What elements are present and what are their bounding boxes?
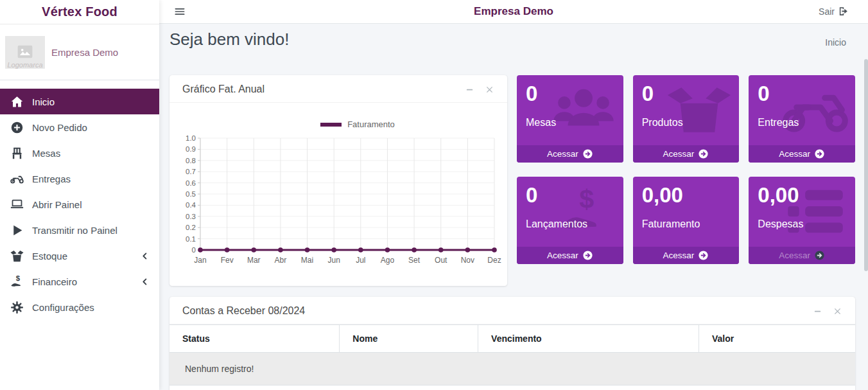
svg-text:0.6: 0.6 [186, 179, 196, 187]
arrow-circle-right-icon [582, 250, 593, 261]
stat-value: 0,00 [642, 182, 740, 208]
laptop-icon [10, 198, 24, 211]
stat-label: Lançamentos [526, 218, 623, 230]
sidebar-item-novo-pedido[interactable]: Novo Pedido [0, 114, 159, 140]
svg-text:0.8: 0.8 [186, 157, 196, 164]
svg-text:0.2: 0.2 [186, 224, 196, 231]
chart-card-title: Gráfico Fat. Anual [182, 84, 265, 95]
svg-text:Dez: Dez [487, 256, 501, 265]
access-button-despesas[interactable]: Acessar [749, 247, 855, 264]
stat-card-faturamento[interactable]: 0,00FaturamentoAcessar [633, 177, 740, 264]
svg-text:0: 0 [192, 246, 196, 254]
receivables-card-tools [813, 306, 842, 316]
stat-card-produtos[interactable]: 0ProdutosAcessar [633, 75, 740, 163]
sidebar-item-transmitir-no-painel[interactable]: Transmitir no Painel [0, 217, 159, 243]
arrow-circle-right-icon [814, 148, 825, 159]
column-header-nome: Nome [340, 325, 478, 353]
table-empty-row: Nenhum registro! [169, 353, 855, 386]
stat-card-entregas[interactable]: 0EntregasAcessar [749, 75, 855, 163]
svg-text:Abr: Abr [275, 256, 287, 265]
topbar: Empresa Demo Sair [159, 0, 868, 24]
access-button-entregas[interactable]: Acessar [749, 145, 855, 163]
logout-button[interactable]: Sair [819, 6, 849, 17]
access-button-lancamentos[interactable]: Acessar [517, 247, 623, 264]
logout-label: Sair [819, 6, 835, 17]
sidebar-item-estoque[interactable]: Estoque [0, 243, 159, 269]
stat-card-lancamentos[interactable]: $0LançamentosAcessar [517, 177, 623, 264]
access-label: Acessar [663, 149, 695, 159]
access-label: Acessar [663, 251, 695, 260]
chart-card-tools [465, 85, 494, 94]
sidebar-item-abrir-painel[interactable]: Abrir Painel [0, 191, 159, 217]
sidebar: Vértex Food Logomarca Empresa Demo Inici… [0, 0, 159, 390]
brand[interactable]: Vértex Food [0, 0, 159, 24]
svg-text:Ago: Ago [381, 256, 395, 265]
receivables-table: StatusNomeVencimentoValor Nenhum registr… [169, 324, 855, 386]
svg-text:Fev: Fev [221, 256, 234, 265]
svg-text:Set: Set [408, 256, 421, 265]
page-title: Seja bem vindo! [169, 30, 289, 49]
access-label: Acessar [779, 149, 810, 159]
stat-label: Faturamento [642, 218, 740, 230]
breadcrumb[interactable]: Inicio [825, 37, 846, 48]
chart-card: Gráfico Fat. Anual Faturamento 00.10.20.… [169, 75, 507, 286]
sidebar-menu: InicioNovo PedidoMesasEntregasAbrir Pain… [0, 89, 159, 320]
svg-text:Jun: Jun [328, 256, 340, 265]
svg-text:0.7: 0.7 [186, 168, 196, 175]
sidebar-item-label: Configurações [32, 302, 94, 313]
box-icon [10, 249, 24, 263]
svg-text:0.1: 0.1 [186, 235, 196, 243]
close-icon[interactable] [485, 85, 494, 94]
sidebar-item-configuracoes[interactable]: Configurações [0, 294, 159, 320]
stat-value: 0 [758, 81, 855, 107]
sidebar-item-financeiro[interactable]: $Financeiro [0, 269, 159, 294]
sidebar-item-label: Novo Pedido [32, 122, 87, 133]
sidebar-item-label: Inicio [32, 96, 55, 107]
receivables-card: Contas a Receber 08/2024 StatusNomeVenci… [169, 297, 855, 390]
home-icon [10, 95, 24, 109]
scrollbar-thumb[interactable] [864, 59, 868, 271]
column-header-vencimento: Vencimento [478, 325, 699, 353]
arrow-circle-right-icon [698, 148, 709, 159]
play-icon [10, 224, 24, 237]
scrollbar[interactable] [864, 24, 868, 390]
minimize-icon[interactable] [465, 85, 474, 94]
svg-text:Nov: Nov [461, 256, 474, 265]
sidebar-item-label: Entregas [32, 173, 71, 184]
receivables-card-header: Contas a Receber 08/2024 [169, 297, 855, 324]
table-header-row: StatusNomeVencimentoValor [169, 325, 855, 353]
svg-text:0.5: 0.5 [186, 190, 196, 198]
sidebar-item-label: Abrir Painel [32, 199, 82, 210]
sidebar-item-entregas[interactable]: Entregas [0, 166, 159, 191]
access-button-faturamento[interactable]: Acessar [633, 247, 740, 264]
sidebar-item-inicio[interactable]: Inicio [0, 89, 159, 114]
stat-value: 0 [526, 182, 623, 208]
stat-card-mesas[interactable]: 0MesasAcessar [517, 75, 623, 163]
chart-card-header: Gráfico Fat. Anual [169, 75, 507, 103]
svg-text:Mai: Mai [301, 256, 313, 265]
svg-text:0.3: 0.3 [186, 213, 196, 220]
sidebar-item-label: Mesas [32, 148, 60, 159]
stat-value: 0 [642, 81, 740, 107]
close-icon[interactable] [833, 306, 842, 316]
column-header-status: Status [169, 325, 340, 353]
annual-revenue-chart: 00.10.20.30.40.50.60.70.80.91.0JanFevMar… [173, 132, 502, 272]
access-label: Acessar [779, 251, 810, 260]
stat-card-despesas[interactable]: 0,00DespesasAcessar [749, 177, 855, 264]
logo-placeholder-label: Logomarca [5, 61, 45, 69]
plus-circle-icon [10, 121, 24, 134]
access-button-produtos[interactable]: Acessar [633, 145, 740, 163]
stat-cards-grid: 0MesasAcessar0ProdutosAcessar0EntregasAc… [517, 75, 855, 264]
minimize-icon[interactable] [813, 306, 822, 316]
company-panel: Logomarca Empresa Demo [0, 24, 159, 80]
gear-icon [10, 301, 24, 314]
svg-text:Out: Out [435, 256, 447, 265]
chart-legend[interactable]: Faturamento [208, 120, 507, 129]
svg-text:0.4: 0.4 [186, 201, 196, 209]
stat-label: Produtos [642, 117, 740, 129]
svg-text:Mar: Mar [247, 256, 261, 265]
receivables-card-title: Contas a Receber 08/2024 [182, 305, 305, 317]
access-button-mesas[interactable]: Acessar [517, 145, 623, 163]
sidebar-item-mesas[interactable]: Mesas [0, 140, 159, 166]
sidebar-item-label: Transmitir no Painel [32, 225, 117, 236]
